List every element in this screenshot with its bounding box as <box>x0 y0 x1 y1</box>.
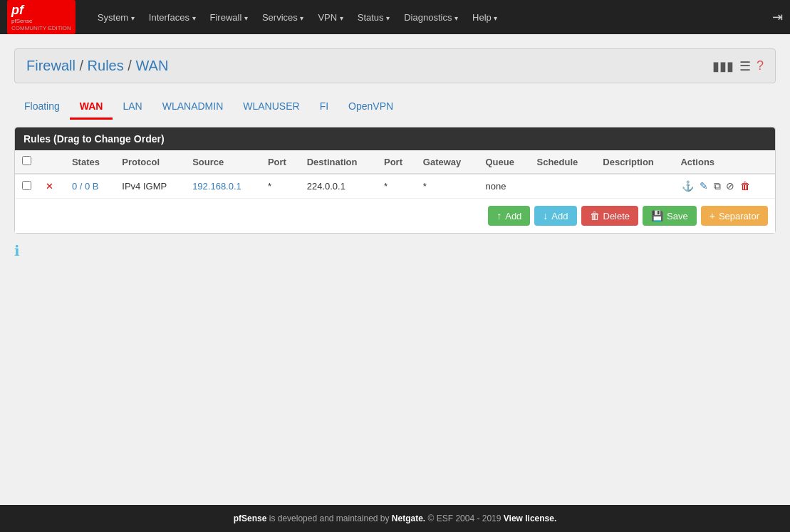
anchor-icon[interactable]: ⚓ <box>682 180 694 192</box>
block-icon: ✕ <box>46 181 53 192</box>
nav-help[interactable]: Help ▾ <box>465 2 504 33</box>
nav-diagnostics[interactable]: Diagnostics ▾ <box>397 2 465 33</box>
brand: pfpfSense COMMUNITY EDITION <box>7 0 80 34</box>
tab-fi[interactable]: FI <box>310 95 338 120</box>
tab-wan[interactable]: WAN <box>70 95 113 120</box>
source-link[interactable]: 192.168.0.1 <box>192 181 241 192</box>
list-icon[interactable]: ☰ <box>739 58 751 74</box>
tab-wlanuser[interactable]: WLANUSER <box>233 95 309 120</box>
breadcrumb-rules[interactable]: Rules <box>88 58 124 73</box>
states-link[interactable]: 0 / 0 B <box>72 181 99 192</box>
col-actions: Actions <box>673 150 775 174</box>
rules-section: Rules (Drag to Change Order) States Prot… <box>14 127 776 234</box>
row-dest-port: * <box>377 174 416 198</box>
nav-status[interactable]: Status ▾ <box>350 2 397 33</box>
col-queue: Queue <box>478 150 529 174</box>
table-row: ✕ 0 / 0 B IPv4 IGMP 192.168.0.1 * 224.0.… <box>15 174 775 198</box>
row-gateway: * <box>416 174 479 198</box>
nav-firewall[interactable]: Firewall ▾ <box>203 2 255 33</box>
row-schedule <box>530 174 596 198</box>
breadcrumb-actions: ▮▮▮ ☰ ? <box>712 58 764 74</box>
select-all-checkbox[interactable] <box>22 156 31 165</box>
col-protocol: Protocol <box>115 150 185 174</box>
row-states: 0 / 0 B <box>65 174 115 198</box>
main-content: Firewall / Rules / WAN ▮▮▮ ☰ ? Floating … <box>0 34 790 273</box>
rules-header: Rules (Drag to Change Order) <box>15 127 775 150</box>
separator-icon: + <box>710 210 715 221</box>
row-checkbox-cell <box>15 174 38 198</box>
delete-button[interactable]: 🗑 Delete <box>581 206 639 226</box>
col-source-port: Port <box>261 150 300 174</box>
row-actions: ⚓ ✎ ⧉ ⊘ 🗑 <box>673 174 775 198</box>
col-block <box>38 150 65 174</box>
col-schedule: Schedule <box>530 150 596 174</box>
delete-icon[interactable]: 🗑 <box>740 180 750 192</box>
save-icon: 💾 <box>651 210 663 221</box>
col-destination: Destination <box>300 150 377 174</box>
col-checkbox <box>15 150 38 174</box>
row-queue: none <box>478 174 529 198</box>
col-states: States <box>65 150 115 174</box>
delete-btn-icon: 🗑 <box>590 210 600 221</box>
row-description <box>596 174 673 198</box>
add-top-icon: ↑ <box>497 210 501 221</box>
breadcrumb-firewall[interactable]: Firewall <box>26 58 76 73</box>
col-dest-port: Port <box>377 150 416 174</box>
nav-interfaces[interactable]: Interfaces ▾ <box>142 2 203 33</box>
tab-floating[interactable]: Floating <box>14 95 70 120</box>
help-icon[interactable]: ? <box>757 58 764 74</box>
tab-openvpn[interactable]: OpenVPN <box>338 95 403 120</box>
row-destination: 224.0.0.1 <box>300 174 377 198</box>
row-source: 192.168.0.1 <box>185 174 261 198</box>
row-block-cell: ✕ <box>38 174 65 198</box>
bar-chart-icon[interactable]: ▮▮▮ <box>712 58 734 74</box>
nav-vpn[interactable]: VPN ▾ <box>311 2 350 33</box>
buttons-row: ↑ Add ↓ Add 🗑 Delete 💾 Save + Separator <box>15 198 775 233</box>
pfsense-logo: pfpfSense COMMUNITY EDITION <box>7 0 76 34</box>
row-protocol: IPv4 IGMP <box>115 174 185 198</box>
breadcrumb-panel: Firewall / Rules / WAN ▮▮▮ ☰ ? <box>14 48 776 83</box>
add-bottom-button[interactable]: ↓ Add <box>534 206 576 226</box>
col-source: Source <box>185 150 261 174</box>
col-gateway: Gateway <box>416 150 479 174</box>
save-button[interactable]: 💾 Save <box>643 206 697 226</box>
rules-table: States Protocol Source Port Destination … <box>15 150 775 198</box>
breadcrumb-wan: WAN <box>135 58 168 73</box>
nav-menu: System ▾ Interfaces ▾ Firewall ▾ Service… <box>90 2 772 33</box>
info-icon[interactable]: ℹ <box>14 242 776 259</box>
tab-lan[interactable]: LAN <box>113 95 152 120</box>
add-bottom-icon: ↓ <box>543 210 548 221</box>
col-description: Description <box>596 150 673 174</box>
logout-icon[interactable]: ⇥ <box>772 9 783 25</box>
nav-services[interactable]: Services ▾ <box>255 2 311 33</box>
disable-icon[interactable]: ⊘ <box>726 180 734 192</box>
tab-wlanadmin[interactable]: WLANADMIN <box>152 95 234 120</box>
row-checkbox[interactable] <box>22 181 31 190</box>
nav-system[interactable]: System ▾ <box>90 2 142 33</box>
copy-icon[interactable]: ⧉ <box>714 180 721 192</box>
row-source-port: * <box>261 174 300 198</box>
add-top-button[interactable]: ↑ Add <box>488 206 530 226</box>
tabs: Floating WAN LAN WLANADMIN WLANUSER FI O… <box>14 95 776 120</box>
navbar: pfpfSense COMMUNITY EDITION System ▾ Int… <box>0 0 790 34</box>
breadcrumb: Firewall / Rules / WAN <box>26 58 168 74</box>
separator-button[interactable]: + Separator <box>701 206 768 226</box>
edit-icon[interactable]: ✎ <box>700 180 708 192</box>
